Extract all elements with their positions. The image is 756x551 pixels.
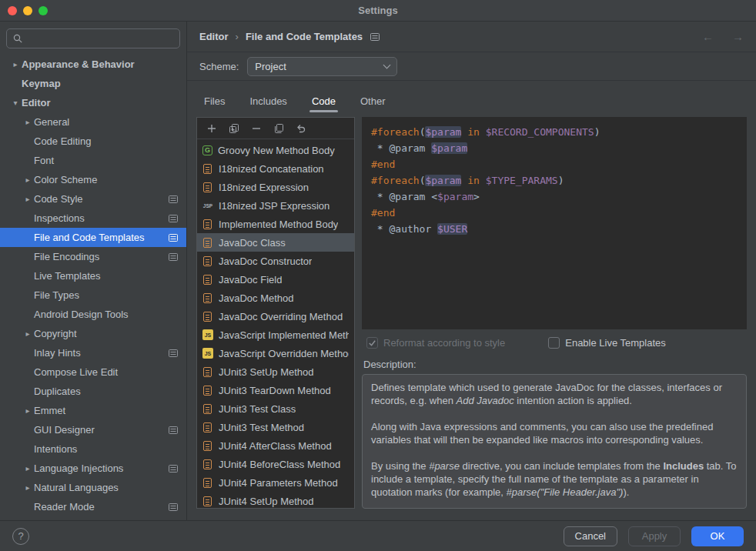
template-file-icon bbox=[203, 293, 212, 303]
chevron-right-icon[interactable]: ▸ bbox=[22, 118, 34, 126]
back-button[interactable]: ← bbox=[702, 30, 714, 43]
template-item-junit3-test-class[interactable]: JUnit3 Test Class bbox=[197, 399, 354, 418]
create-child-template-button[interactable] bbox=[228, 122, 240, 135]
sidebar-item-file-and-code-templates[interactable]: File and Code Templates bbox=[0, 228, 186, 247]
template-item-junit3-teardown-method[interactable]: JUnit3 TearDown Method bbox=[197, 381, 354, 399]
sidebar-item-compose-live-edit[interactable]: Compose Live Edit bbox=[0, 362, 186, 382]
template-item-label: JUnit3 SetUp Method bbox=[219, 366, 314, 378]
remove-template-button[interactable] bbox=[250, 122, 263, 135]
template-detail: #foreach($param in $RECORD_COMPONENTS) *… bbox=[362, 117, 747, 509]
unchecked-checkbox-icon[interactable] bbox=[548, 337, 560, 349]
sidebar-item-general[interactable]: ▸General bbox=[0, 112, 186, 132]
sidebar-item-inlay-hints[interactable]: Inlay Hints bbox=[0, 343, 186, 362]
template-item-javascript-implemented-method[interactable]: JSJavaScript Implemented Method bbox=[197, 326, 354, 344]
apply-button[interactable]: Apply bbox=[628, 526, 681, 546]
sidebar-item-intentions[interactable]: Intentions bbox=[0, 439, 186, 459]
code-line: #end bbox=[371, 205, 738, 221]
chevron-right-icon[interactable]: ▸ bbox=[9, 60, 22, 68]
chevron-right-icon[interactable]: ▸ bbox=[22, 329, 34, 338]
template-item-junit4-beforeclass-method[interactable]: JUnit4 BeforeClass Method bbox=[197, 455, 354, 473]
sidebar-item-gui-designer[interactable]: GUI Designer bbox=[0, 420, 186, 439]
template-item-javadoc-constructor[interactable]: JavaDoc Constructor bbox=[197, 252, 354, 270]
tab-includes[interactable]: Includes bbox=[249, 95, 286, 115]
template-item-javadoc-overriding-method[interactable]: JavaDoc Overriding Method bbox=[197, 307, 354, 326]
checkbox-enable-live-templates[interactable]: Enable Live Templates bbox=[548, 337, 666, 349]
sidebar-item-editor[interactable]: ▾Editor bbox=[0, 93, 186, 112]
sidebar-item-code-style[interactable]: ▸Code Style bbox=[0, 189, 186, 209]
tab-code[interactable]: Code bbox=[312, 95, 336, 115]
sidebar-item-live-templates[interactable]: Live Templates bbox=[0, 266, 186, 286]
sidebar-item-label: Editor bbox=[22, 97, 51, 109]
template-list[interactable]: GGroovy New Method BodyI18nized Concaten… bbox=[197, 139, 354, 508]
template-item-i18nized-expression[interactable]: I18nized Expression bbox=[197, 178, 354, 196]
help-button[interactable]: ? bbox=[12, 528, 29, 545]
sidebar-item-android-design-tools[interactable]: Android Design Tools bbox=[0, 305, 186, 324]
template-item-groovy-new-method-body[interactable]: GGroovy New Method Body bbox=[197, 141, 354, 159]
code-line: #foreach($param in $RECORD_COMPONENTS) bbox=[371, 124, 738, 140]
template-item-javascript-overridden-method[interactable]: JSJavaScript Overridden Method bbox=[197, 344, 354, 362]
search-input[interactable] bbox=[27, 33, 174, 45]
sidebar-item-code-editing[interactable]: Code Editing bbox=[0, 132, 186, 151]
zoom-button[interactable] bbox=[38, 6, 48, 15]
sidebar-item-natural-languages[interactable]: ▸Natural Languages bbox=[0, 478, 186, 497]
template-item-junit4-parameters-method[interactable]: JUnit4 Parameters Method bbox=[197, 473, 354, 492]
ok-button[interactable]: OK bbox=[691, 526, 744, 546]
checkbox-label: Enable Live Templates bbox=[565, 337, 666, 349]
template-file-icon bbox=[203, 367, 212, 377]
template-editor[interactable]: #foreach($param in $RECORD_COMPONENTS) *… bbox=[362, 117, 747, 329]
chevron-right-icon[interactable]: ▸ bbox=[22, 195, 34, 203]
sidebar-item-label: Compose Live Edit bbox=[34, 366, 118, 378]
template-item-javadoc-class[interactable]: JavaDoc Class bbox=[197, 233, 354, 252]
sidebar-item-copyright[interactable]: ▸Copyright bbox=[0, 324, 186, 343]
template-item-javadoc-method[interactable]: JavaDoc Method bbox=[197, 289, 354, 307]
minimize-button[interactable] bbox=[23, 6, 32, 15]
template-item-label: JavaDoc Method bbox=[219, 292, 294, 304]
forward-button[interactable]: → bbox=[732, 30, 744, 43]
template-item-junit3-test-method[interactable]: JUnit3 Test Method bbox=[197, 418, 354, 436]
scheme-select[interactable]: Project bbox=[247, 57, 397, 76]
sidebar-item-appearance-behavior[interactable]: ▸Appearance & Behavior bbox=[0, 55, 186, 74]
sidebar-item-inspections[interactable]: Inspections bbox=[0, 209, 186, 228]
template-item-implemented-method-body[interactable]: Implemented Method Body bbox=[197, 215, 354, 233]
add-template-button[interactable] bbox=[206, 122, 218, 135]
scheme-label: Scheme: bbox=[199, 61, 239, 72]
sidebar-item-emmet[interactable]: ▸Emmet bbox=[0, 401, 186, 420]
cancel-button[interactable]: Cancel bbox=[564, 526, 617, 546]
template-item-junit3-setup-method[interactable]: JUnit3 SetUp Method bbox=[197, 362, 354, 381]
tab-other[interactable]: Other bbox=[360, 95, 386, 115]
tab-files[interactable]: Files bbox=[204, 95, 225, 115]
checked-checkbox-icon[interactable] bbox=[366, 337, 378, 349]
chevron-down-icon[interactable]: ▾ bbox=[9, 99, 22, 107]
reset-template-button[interactable] bbox=[295, 122, 307, 135]
sidebar-item-duplicates[interactable]: Duplicates bbox=[0, 382, 186, 401]
copy-template-button[interactable] bbox=[273, 122, 285, 135]
sidebar-item-keymap[interactable]: Keymap bbox=[0, 74, 186, 93]
sidebar-item-file-encodings[interactable]: File Encodings bbox=[0, 247, 186, 266]
chevron-right-icon[interactable]: ▸ bbox=[22, 406, 34, 415]
titlebar: Settings bbox=[0, 0, 756, 22]
sidebar-item-color-scheme[interactable]: ▸Color Scheme bbox=[0, 170, 186, 189]
template-item-junit4-afterclass-method[interactable]: JUnit4 AfterClass Method bbox=[197, 436, 354, 455]
checkbox-reformat-according-to-style[interactable]: Reformat according to style bbox=[366, 337, 505, 349]
sidebar-item-font[interactable]: Font bbox=[0, 151, 186, 170]
search-box[interactable] bbox=[6, 28, 180, 48]
template-item-i18nized-concatenation[interactable]: I18nized Concatenation bbox=[197, 159, 354, 178]
chevron-right-icon[interactable]: ▸ bbox=[22, 464, 34, 473]
settings-content: Editor › File and Code Templates ← → Sch… bbox=[187, 22, 756, 520]
sidebar-item-label: Emmet bbox=[34, 405, 65, 416]
sidebar-item-label: Intentions bbox=[34, 443, 77, 455]
sidebar-item-reader-mode[interactable]: Reader Mode bbox=[0, 497, 186, 516]
template-item-junit4-setup-method[interactable]: JUnit4 SetUp Method bbox=[197, 492, 354, 508]
sidebar-item-file-types[interactable]: File Types bbox=[0, 286, 186, 305]
chevron-right-icon[interactable]: ▸ bbox=[22, 175, 34, 184]
breadcrumb-editor[interactable]: Editor bbox=[199, 31, 229, 42]
sidebar-item-language-injections[interactable]: ▸Language Injections bbox=[0, 459, 186, 478]
breadcrumb-file-and-code-templates[interactable]: File and Code Templates bbox=[246, 31, 363, 42]
template-file-icon bbox=[203, 496, 212, 506]
close-button[interactable] bbox=[8, 6, 17, 15]
chevron-right-icon[interactable]: ▸ bbox=[22, 483, 34, 492]
description-panel[interactable]: Defines template which used to generate … bbox=[362, 374, 747, 509]
template-item-javadoc-field[interactable]: JavaDoc Field bbox=[197, 270, 354, 289]
template-item-label: JavaDoc Class bbox=[219, 237, 286, 249]
template-item-i18nized-jsp-expression[interactable]: JSPI18nized JSP Expression bbox=[197, 196, 354, 215]
